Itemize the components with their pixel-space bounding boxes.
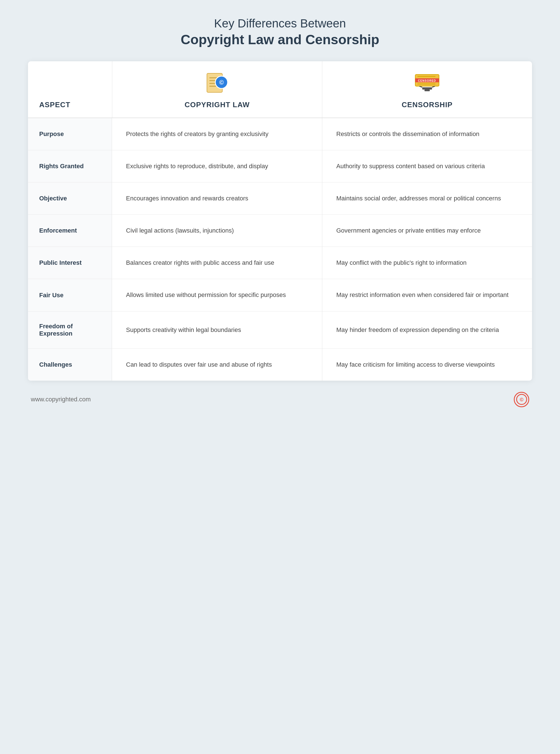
cell-censorship-5: May restrict information even when consi… bbox=[322, 279, 532, 311]
cell-aspect-1: Rights Granted bbox=[28, 150, 112, 182]
cell-censorship-2: Maintains social order, addresses moral … bbox=[322, 182, 532, 215]
table-row: Objective Encourages innovation and rewa… bbox=[28, 182, 532, 215]
table-row: Public Interest Balances creator rights … bbox=[28, 247, 532, 279]
svg-text:CENSORED: CENSORED bbox=[418, 79, 436, 82]
cell-censorship-4: May conflict with the public's right to … bbox=[322, 247, 532, 279]
aspect-label-0: Purpose bbox=[39, 130, 64, 138]
svg-rect-7 bbox=[422, 87, 432, 89]
header-censorship-cell: CENSORED CENSORSHIP bbox=[322, 61, 532, 118]
table-row: Rights Granted Exclusive rights to repro… bbox=[28, 150, 532, 182]
header-aspect-cell: ASPECT bbox=[28, 61, 112, 118]
cell-censorship-7: May face criticism for limiting access t… bbox=[322, 349, 532, 381]
title-line1: Key Differences Between bbox=[181, 17, 379, 30]
cell-aspect-6: Freedom of Expression bbox=[28, 311, 112, 348]
aspect-label-7: Challenges bbox=[39, 361, 72, 368]
cell-aspect-5: Fair Use bbox=[28, 279, 112, 311]
aspect-label-4: Public Interest bbox=[39, 259, 82, 266]
footer-logo: © bbox=[514, 392, 529, 407]
aspect-label-1: Rights Granted bbox=[39, 163, 84, 170]
cell-censorship-6: May hinder freedom of expression dependi… bbox=[322, 311, 532, 348]
footer-url: www.copyrighted.com bbox=[31, 396, 91, 403]
aspect-column-label: ASPECT bbox=[39, 101, 70, 109]
cell-censorship-0: Restricts or controls the dissemination … bbox=[322, 118, 532, 150]
table-row: Freedom of Expression Supports creativit… bbox=[28, 311, 532, 348]
cell-censorship-1: Authority to suppress content based on v… bbox=[322, 150, 532, 182]
cell-copyright-6: Supports creativity within legal boundar… bbox=[112, 311, 322, 348]
header-copyright-cell: © COPYRIGHT LAW bbox=[112, 61, 322, 118]
cell-aspect-7: Challenges bbox=[28, 349, 112, 381]
cell-censorship-3: Government agencies or private entities … bbox=[322, 215, 532, 247]
table-header: ASPECT © COPYRIGHT LAW bbox=[28, 61, 532, 118]
censorship-column-label: CENSORSHIP bbox=[402, 101, 453, 109]
cell-copyright-1: Exclusive rights to reproduce, distribut… bbox=[112, 150, 322, 182]
cell-copyright-2: Encourages innovation and rewards creato… bbox=[112, 182, 322, 215]
cell-copyright-7: Can lead to disputes over fair use and a… bbox=[112, 349, 322, 381]
aspect-label-3: Enforcement bbox=[39, 227, 77, 234]
table-row: Fair Use Allows limited use without perm… bbox=[28, 279, 532, 311]
aspect-label-2: Objective bbox=[39, 195, 67, 202]
cell-copyright-5: Allows limited use without permission fo… bbox=[112, 279, 322, 311]
svg-text:©: © bbox=[219, 79, 223, 86]
cell-aspect-4: Public Interest bbox=[28, 247, 112, 279]
cell-aspect-0: Purpose bbox=[28, 118, 112, 150]
table-row: Enforcement Civil legal actions (lawsuit… bbox=[28, 215, 532, 247]
aspect-label-5: Fair Use bbox=[39, 292, 64, 299]
aspect-label-6: Freedom of Expression bbox=[39, 323, 101, 337]
cell-aspect-2: Objective bbox=[28, 182, 112, 215]
table-body: Purpose Protects the rights of creators … bbox=[28, 118, 532, 381]
cell-copyright-4: Balances creator rights with public acce… bbox=[112, 247, 322, 279]
table-row: Purpose Protects the rights of creators … bbox=[28, 118, 532, 150]
svg-rect-8 bbox=[424, 89, 430, 91]
table-row: Challenges Can lead to disputes over fai… bbox=[28, 348, 532, 381]
cell-aspect-3: Enforcement bbox=[28, 215, 112, 247]
copyright-icon: © bbox=[203, 70, 231, 95]
cell-copyright-0: Protects the rights of creators by grant… bbox=[112, 118, 322, 150]
copyright-column-label: COPYRIGHT LAW bbox=[184, 101, 250, 109]
footer: www.copyrighted.com © bbox=[28, 392, 532, 407]
comparison-table: ASPECT © COPYRIGHT LAW bbox=[28, 61, 532, 381]
censored-icon: CENSORED bbox=[413, 70, 441, 95]
page-title: Key Differences Between Copyright Law an… bbox=[181, 17, 379, 47]
cell-copyright-3: Civil legal actions (lawsuits, injunctio… bbox=[112, 215, 322, 247]
title-line2: Copyright Law and Censorship bbox=[181, 32, 379, 47]
svg-text:©: © bbox=[520, 397, 523, 403]
